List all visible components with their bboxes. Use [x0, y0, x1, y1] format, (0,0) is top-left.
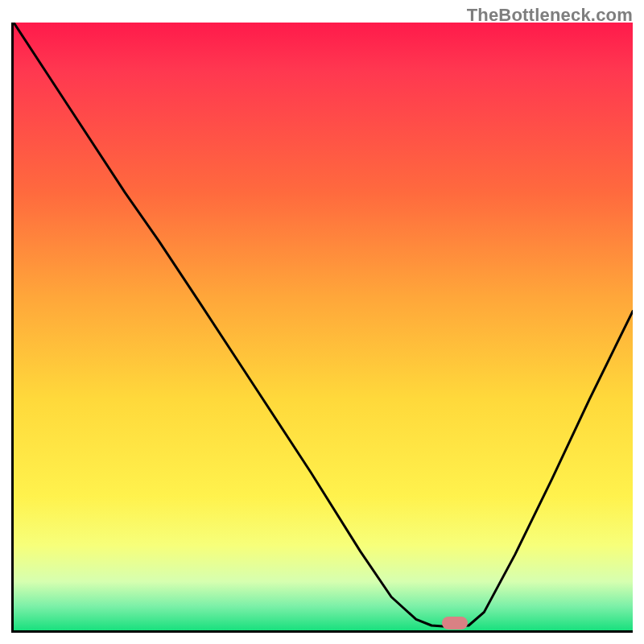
plot-area — [11, 23, 633, 633]
bottleneck-curve — [14, 23, 633, 630]
curve-path — [14, 23, 633, 627]
chart-stage: TheBottleneck.com — [0, 0, 644, 644]
optimal-point-marker — [442, 617, 468, 630]
